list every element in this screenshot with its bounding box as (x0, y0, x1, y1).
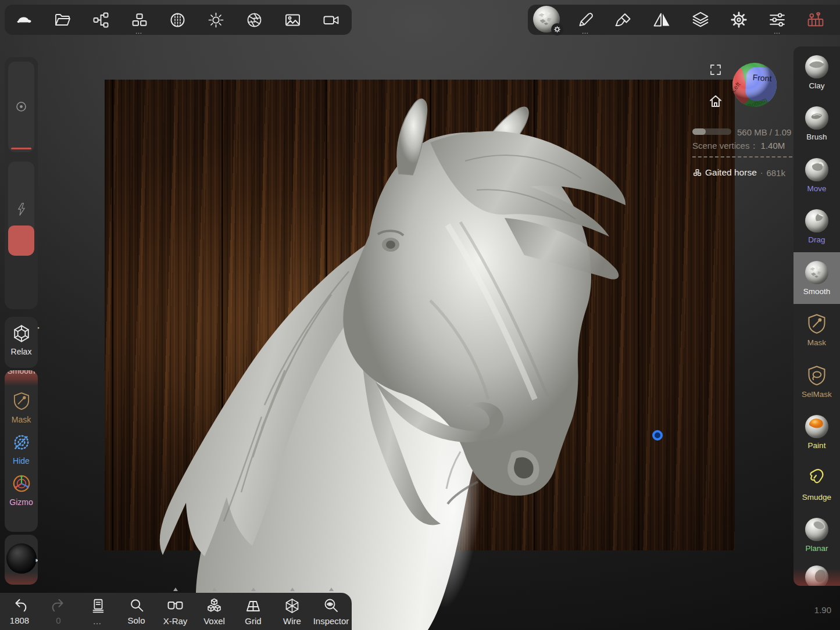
topology-button[interactable]: … (120, 5, 158, 35)
tool-mask[interactable]: Mask (793, 304, 840, 356)
material-button[interactable] (158, 5, 196, 35)
brush-cursor (652, 430, 663, 441)
pen-icon (576, 10, 595, 29)
fullscreen-button[interactable] (709, 63, 723, 77)
lighting-button[interactable] (196, 5, 235, 35)
postprocess-button[interactable] (235, 5, 273, 35)
nav-front-label: Front (752, 73, 772, 83)
symmetry-button[interactable] (643, 5, 681, 35)
grid-label: Grid (245, 617, 261, 625)
gizmo-shortcut[interactable]: Gizmo (5, 473, 38, 507)
tool-clay-label: Clay (809, 82, 824, 90)
gear-icon (730, 10, 748, 29)
grid-button[interactable]: Grid (234, 593, 273, 630)
xray-button[interactable]: X-Ray (156, 593, 195, 630)
relax-panel[interactable]: Relax (5, 317, 38, 368)
voxel-label: Voxel (203, 617, 225, 625)
tool-smooth[interactable]: Smooth (793, 252, 840, 304)
tool-drag-label: Drag (808, 236, 825, 244)
object-row[interactable]: Gaited horse · 681k (692, 167, 785, 178)
inspector-label: Inspector (313, 617, 349, 625)
material-ball[interactable] (6, 543, 37, 574)
toolbox-button[interactable] (796, 5, 835, 35)
hide-dotted-icon (11, 432, 32, 453)
scene-vertices: Scene vertices： 1.40M (692, 141, 785, 152)
scene-vertices-label: Scene vertices： (692, 141, 758, 151)
image-icon (284, 11, 302, 29)
hide-shortcut[interactable]: Hide (5, 432, 38, 466)
camera-button[interactable] (312, 5, 350, 35)
solo-button[interactable]: Solo (117, 593, 156, 630)
interface-more: … (758, 28, 796, 35)
tool-drag[interactable]: Drag (793, 201, 840, 253)
paint-tool-icon (805, 415, 828, 438)
undo-button[interactable]: 1808 (0, 593, 39, 630)
material-panel[interactable]: ▸ (5, 535, 38, 585)
mask-shortcut-label: Mask (5, 415, 38, 424)
tool-brush[interactable]: Brush (793, 98, 840, 150)
grid-icon (244, 597, 262, 615)
redo-button[interactable]: 0 (39, 593, 78, 630)
clay-tool-icon (805, 55, 828, 78)
info-separator (692, 156, 792, 158)
object-vertex-count: 681k (766, 168, 785, 178)
mask-shortcut[interactable]: Mask (5, 391, 38, 424)
solo-magnifier-icon (128, 597, 145, 614)
active-tool-button[interactable] (528, 5, 566, 35)
history-journal-icon (89, 597, 106, 615)
files-button[interactable] (43, 5, 81, 35)
drag-tool-icon (805, 209, 828, 232)
undo-count: 1808 (10, 616, 29, 625)
intensity-slider-value (8, 225, 34, 256)
orientation-sphere[interactable]: Front Left Bottom (732, 62, 777, 108)
tool-selmask[interactable]: SelMask (793, 355, 840, 407)
mirror-icon (653, 10, 671, 29)
aperture-icon (245, 11, 263, 29)
gizmo-icon (11, 473, 32, 494)
scene-graph-button[interactable] (81, 5, 120, 35)
wireframe-icon (283, 597, 301, 615)
inspector-button[interactable]: Inspector (312, 593, 351, 630)
tool-move[interactable]: Move (793, 149, 840, 201)
voxel-menu-arrow (212, 588, 217, 591)
home-view-button[interactable] (707, 93, 724, 109)
tool-clay[interactable]: Clay (793, 46, 840, 98)
tool-smudge[interactable]: Smudge (793, 458, 840, 510)
horse-sculpture-model[interactable] (105, 80, 735, 630)
tool-settings-badge (551, 23, 563, 35)
tool-brush-label: Brush (806, 133, 827, 141)
top-left-toolbar: … (5, 5, 352, 35)
painting-button[interactable] (605, 5, 643, 35)
nomad-logo-button[interactable] (5, 5, 43, 35)
nomad-logo-icon (15, 10, 33, 29)
voxel-button[interactable]: Voxel (195, 593, 234, 630)
scrolled-tool-item[interactable]: Smooth (5, 370, 38, 386)
settings-button[interactable] (720, 5, 758, 35)
wire-button[interactable]: Wire (273, 593, 312, 630)
intensity-slider[interactable] (8, 162, 34, 256)
background-button[interactable] (273, 5, 312, 35)
tool-paint[interactable]: Paint (793, 407, 840, 459)
layers-button[interactable] (681, 5, 720, 35)
tool-planar[interactable]: Planar (793, 510, 840, 561)
gizmo-shortcut-label: Gizmo (5, 497, 38, 507)
mask-tool-icon (805, 312, 828, 335)
mask-shield-icon (11, 391, 32, 411)
grid-menu-arrow (251, 588, 256, 591)
radius-slider[interactable] (8, 62, 34, 152)
sidebar-scroll-hint (793, 568, 840, 586)
redo-icon (50, 597, 67, 614)
history-button[interactable]: … (78, 593, 117, 630)
tool-move-label: Move (807, 185, 826, 193)
inspector-icon (322, 597, 340, 615)
xray-glasses-icon (166, 597, 184, 615)
xray-menu-arrow (173, 588, 178, 591)
stroke-button[interactable]: … (566, 5, 605, 35)
smudge-tool-icon (805, 467, 828, 490)
material-expand-chevron[interactable]: ▸ (35, 557, 38, 563)
wire-menu-arrow (290, 588, 295, 591)
folder-icon (53, 11, 72, 29)
interface-button[interactable]: … (758, 5, 796, 35)
undo-icon (11, 597, 28, 614)
tool-planar-label: Planar (805, 545, 828, 553)
